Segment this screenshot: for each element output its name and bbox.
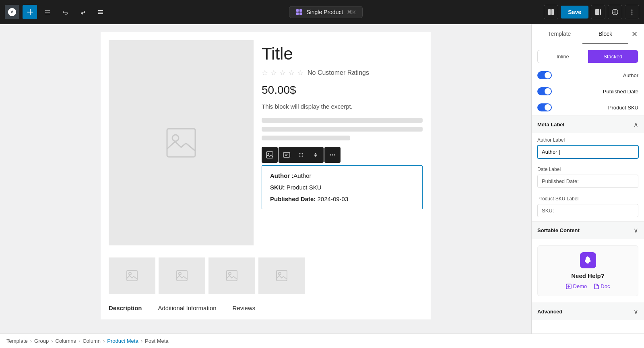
svg-rect-31 — [227, 270, 237, 281]
panel-close-button[interactable]: ✕ — [630, 28, 639, 40]
page-canvas: Title ☆ ☆ ☆ ☆ ☆ No Customer Ratings 50.0… — [101, 32, 431, 319]
bc-post-meta[interactable]: Post Meta — [145, 338, 169, 344]
sortable-chevron: ∨ — [634, 227, 638, 234]
bc-product-meta[interactable]: Product Meta — [107, 338, 138, 344]
author-toggle[interactable] — [537, 71, 552, 79]
list-view-button[interactable] — [93, 5, 108, 19]
author-label-field-label: Author Label — [537, 137, 638, 143]
bc-group[interactable]: Group — [34, 338, 49, 344]
svg-point-14 — [632, 14, 633, 15]
author-toggle-label: Author — [623, 72, 638, 78]
tab-description[interactable]: Description — [109, 305, 142, 313]
thumbnail-2[interactable] — [159, 257, 205, 294]
layout-stacked-button[interactable]: Stacked — [588, 50, 638, 63]
star-4: ☆ — [288, 68, 295, 77]
sku-row: SKU: Product SKU — [270, 184, 414, 191]
svg-rect-9 — [595, 9, 599, 15]
template-breadcrumb[interactable]: Single Product ⌘K — [289, 6, 363, 18]
published-date-toggle-row: Published Date — [532, 83, 644, 99]
author-label-input[interactable] — [537, 145, 638, 159]
author-toggle-row: Author — [532, 67, 644, 83]
tab-block[interactable]: Block — [582, 24, 628, 44]
topbar-center: Single Product ⌘K — [111, 6, 541, 18]
skeleton-2 — [262, 127, 423, 132]
more-options-button[interactable] — [625, 5, 639, 19]
move-up-down[interactable] — [308, 148, 323, 162]
tab-reviews[interactable]: Reviews — [233, 305, 256, 313]
meta-toolbar — [279, 147, 324, 163]
save-button[interactable]: Save — [561, 6, 588, 19]
svg-rect-0 — [98, 10, 103, 11]
drag-handle[interactable] — [294, 148, 308, 162]
layout-inline-button[interactable]: Inline — [538, 50, 588, 63]
panel-tabs: Template Block ✕ — [532, 24, 644, 44]
sortable-content-section[interactable]: Sortable Content ∨ — [532, 221, 644, 239]
svg-rect-1 — [98, 12, 103, 12]
advanced-chevron: ∨ — [634, 308, 638, 315]
doc-link[interactable]: Doc — [593, 283, 610, 289]
advanced-section[interactable]: Advanced ∨ — [532, 303, 644, 320]
date-label-input[interactable] — [537, 175, 638, 188]
date-value: 2024-09-03 — [318, 196, 349, 202]
sku-label-input[interactable] — [537, 204, 638, 217]
author-label-group: Author Label — [532, 133, 644, 163]
product-meta-box[interactable]: Author :Author SKU: Product SKU Publishe… — [262, 165, 423, 209]
tab-additional-info[interactable]: Additional Information — [158, 305, 217, 313]
wp-logo — [5, 5, 19, 19]
star-5: ☆ — [297, 68, 303, 77]
product-excerpt: This block will display the excerpt. — [262, 103, 423, 110]
date-label: Published Date: — [270, 196, 316, 202]
svg-rect-17 — [266, 152, 273, 158]
bc-columns[interactable]: Columns — [56, 338, 76, 344]
appearance-button[interactable] — [608, 5, 622, 19]
view-toggle-button[interactable] — [544, 5, 558, 19]
ratings-text: No Customer Ratings — [308, 69, 369, 76]
svg-rect-7 — [548, 9, 551, 15]
breadcrumb-shortcut: ⌘K — [347, 9, 356, 15]
tools-button[interactable] — [40, 5, 55, 19]
sidebar-toggle-button[interactable] — [591, 5, 605, 19]
product-sku-toggle[interactable] — [537, 103, 552, 111]
bc-template[interactable]: Template — [6, 338, 28, 344]
svg-point-22 — [299, 156, 301, 157]
svg-rect-3 — [296, 9, 299, 12]
meta-icon-tool[interactable] — [279, 148, 294, 162]
thumbnail-3[interactable] — [208, 257, 255, 294]
need-help-box: Need Help? Demo Doc — [537, 245, 638, 296]
need-help-icon — [580, 252, 596, 268]
block-toolbar — [262, 147, 278, 163]
tab-template[interactable]: Template — [537, 24, 582, 44]
svg-rect-33 — [277, 270, 287, 281]
bc-column[interactable]: Column — [83, 338, 101, 344]
published-date-toggle[interactable] — [537, 87, 552, 95]
redo-button[interactable] — [76, 5, 90, 19]
sku-value: Product SKU — [287, 184, 322, 191]
layout-toggle: Inline Stacked — [537, 50, 638, 63]
thumbnail-1[interactable] — [109, 257, 155, 294]
svg-point-23 — [302, 156, 303, 157]
thumbnail-row — [101, 253, 431, 298]
svg-point-13 — [632, 12, 633, 13]
thumbnail-4[interactable] — [258, 257, 305, 294]
sku-label-field-label: Product SKU Label — [537, 196, 638, 202]
more-block-options[interactable] — [325, 148, 340, 162]
product-price: 50.00$ — [262, 84, 423, 97]
svg-point-28 — [129, 272, 131, 275]
undo-button[interactable] — [58, 5, 72, 19]
product-sku-toggle-row: Product SKU — [532, 99, 644, 115]
meta-label-chevron: ∧ — [634, 121, 638, 128]
svg-point-18 — [268, 153, 269, 154]
demo-link[interactable]: Demo — [566, 283, 587, 289]
skeleton-3 — [262, 136, 350, 140]
meta-label-section[interactable]: Meta Label ∧ — [532, 115, 644, 133]
main-layout: Title ☆ ☆ ☆ ☆ ☆ No Customer Ratings 50.0… — [0, 24, 644, 334]
svg-point-21 — [302, 153, 303, 154]
svg-point-32 — [229, 272, 231, 275]
block-toolbar-wrapper — [262, 147, 423, 163]
add-block-button[interactable] — [23, 5, 37, 19]
date-label-field-label: Date Label — [537, 167, 638, 172]
svg-point-30 — [179, 272, 181, 275]
product-title: Title — [262, 44, 423, 64]
product-image-tool[interactable] — [262, 148, 277, 162]
svg-rect-27 — [127, 270, 137, 281]
